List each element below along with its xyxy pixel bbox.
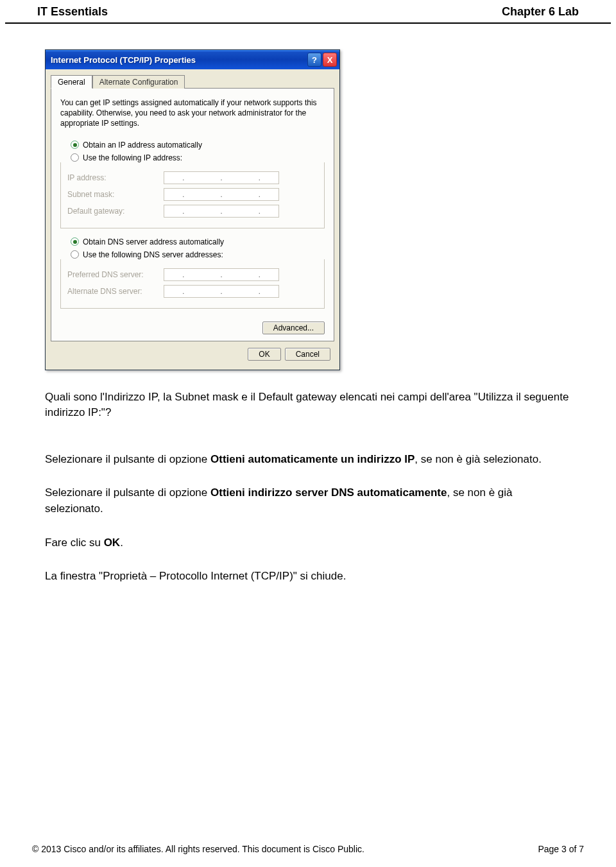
footer-page-number: Page 3 of 7 (538, 844, 584, 854)
dialog-description: You can get IP settings assigned automat… (60, 98, 325, 129)
radio-label: Obtain DNS server address automatically (83, 237, 224, 246)
header-right: Chapter 6 Lab (502, 5, 579, 19)
question-ip-subnet-gateway: Quali sono l'Indirizzo IP, la Subnet mas… (45, 390, 571, 421)
cancel-button[interactable]: Cancel (285, 348, 330, 361)
tcpip-properties-dialog: Internet Protocol (TCP/IP) Properties ? … (45, 49, 340, 370)
label-ip-address: IP address: (67, 173, 164, 182)
radio-label: Obtain an IP address automatically (83, 141, 202, 150)
instruction-window-closes: La finestra "Proprietà – Protocollo Inte… (45, 569, 571, 585)
input-ip-address: ... (164, 171, 279, 184)
radio-icon (71, 237, 79, 246)
label-preferred-dns: Preferred DNS server: (67, 270, 164, 279)
label-subnet-mask: Subnet mask: (67, 190, 164, 199)
instruction-text: Quali sono l'Indirizzo IP, la Subnet mas… (45, 390, 571, 585)
radio-icon (71, 153, 79, 162)
question-icon: ? (312, 55, 317, 65)
ok-button[interactable]: OK (248, 348, 280, 361)
footer-copyright: © 2013 Cisco and/or its affiliates. All … (32, 844, 364, 854)
label-alternate-dns: Alternate DNS server: (67, 287, 164, 296)
dialog-title: Internet Protocol (TCP/IP) Properties (51, 55, 306, 65)
instruction-select-obtain-ip: Selezionare il pulsante di opzione Ottie… (45, 452, 571, 468)
input-default-gateway: ... (164, 205, 279, 218)
page-content: Internet Protocol (TCP/IP) Properties ? … (0, 24, 616, 585)
tab-panel-general: You can get IP settings assigned automat… (51, 88, 334, 341)
radio-icon (71, 250, 79, 259)
page-footer: © 2013 Cisco and/or its affiliates. All … (32, 844, 584, 854)
close-icon: X (327, 55, 333, 65)
close-button[interactable]: X (323, 53, 337, 67)
label-default-gateway: Default gateway: (67, 207, 164, 216)
instruction-select-obtain-dns: Selezionare il pulsante di opzione Ottie… (45, 485, 571, 517)
input-subnet-mask: ... (164, 188, 279, 201)
radio-label: Use the following DNS server addresses: (83, 250, 223, 259)
dialog-titlebar[interactable]: Internet Protocol (TCP/IP) Properties ? … (46, 50, 339, 69)
radio-icon (71, 141, 79, 149)
radio-obtain-ip-auto[interactable]: Obtain an IP address automatically (60, 141, 325, 150)
page-header: IT Essentials Chapter 6 Lab (5, 0, 611, 24)
input-alternate-dns: ... (164, 285, 279, 298)
tab-alternate-configuration[interactable]: Alternate Configuration (92, 75, 185, 89)
advanced-button[interactable]: Advanced... (262, 322, 325, 334)
input-preferred-dns: ... (164, 268, 279, 281)
tab-general[interactable]: General (51, 75, 92, 89)
radio-label: Use the following IP address: (83, 153, 182, 162)
dialog-buttons: OK Cancel (51, 341, 334, 365)
help-button[interactable]: ? (307, 53, 321, 67)
instruction-click-ok: Fare clic su OK. (45, 535, 571, 551)
radio-obtain-dns-auto[interactable]: Obtain DNS server address automatically (60, 237, 325, 246)
header-left: IT Essentials (37, 5, 108, 19)
ip-manual-group: IP address: ... Subnet mask: ... Default… (60, 162, 325, 228)
tabstrip: General Alternate Configuration (51, 75, 334, 89)
radio-use-following-ip[interactable]: Use the following IP address: (60, 153, 325, 162)
dns-manual-group: Preferred DNS server: ... Alternate DNS … (60, 259, 325, 309)
radio-use-following-dns[interactable]: Use the following DNS server addresses: (60, 250, 325, 259)
